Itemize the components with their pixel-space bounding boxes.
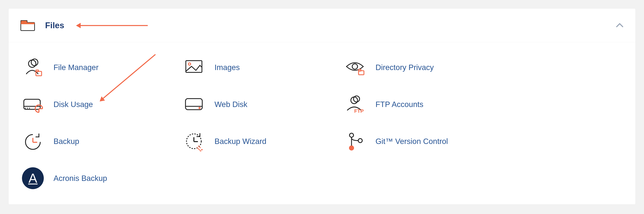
backup-icon bbox=[22, 130, 44, 152]
item-file-manager[interactable]: File Manager bbox=[21, 49, 182, 86]
svg-rect-11 bbox=[358, 69, 361, 71]
svg-point-31 bbox=[202, 149, 202, 150]
item-disk-usage[interactable]: Disk Usage bbox=[21, 86, 182, 123]
svg-point-4 bbox=[31, 59, 38, 66]
item-images[interactable]: Images bbox=[182, 49, 343, 86]
item-directory-privacy[interactable]: Directory Privacy bbox=[343, 49, 504, 86]
backup-wizard-icon bbox=[183, 130, 205, 152]
svg-point-8 bbox=[188, 63, 191, 65]
git-icon bbox=[344, 130, 366, 152]
svg-rect-1 bbox=[21, 21, 27, 23]
svg-rect-6 bbox=[36, 70, 38, 72]
item-ftp-accounts[interactable]: FTP FTP Accounts bbox=[343, 86, 504, 123]
item-label: Images bbox=[214, 63, 240, 72]
item-backup-wizard[interactable]: Backup Wizard bbox=[182, 123, 343, 160]
directory-privacy-icon bbox=[344, 56, 366, 78]
item-label: FTP Accounts bbox=[376, 100, 424, 109]
item-label: File Manager bbox=[54, 63, 98, 72]
svg-rect-2 bbox=[21, 23, 34, 24]
svg-point-32 bbox=[200, 151, 201, 151]
web-disk-icon bbox=[183, 93, 205, 115]
item-acronis-backup[interactable]: A Acronis Backup bbox=[21, 160, 182, 197]
ftp-accounts-icon: FTP bbox=[344, 93, 366, 115]
svg-text:FTP: FTP bbox=[354, 108, 364, 114]
files-section-header-left: Files bbox=[20, 20, 64, 31]
arrow-to-title bbox=[81, 25, 148, 26]
chevron-up-icon[interactable] bbox=[616, 21, 624, 29]
file-manager-icon bbox=[22, 56, 44, 78]
files-section-panel: Files bbox=[8, 9, 636, 204]
section-title: Files bbox=[45, 21, 64, 30]
item-label: Backup Wizard bbox=[214, 137, 266, 146]
svg-point-35 bbox=[349, 146, 354, 150]
item-label: Git™ Version Control bbox=[376, 137, 448, 146]
item-backup[interactable]: Backup bbox=[21, 123, 182, 160]
svg-point-21 bbox=[354, 96, 360, 102]
svg-point-3 bbox=[28, 60, 36, 67]
disk-usage-icon bbox=[22, 93, 44, 115]
acronis-icon: A bbox=[22, 167, 44, 189]
images-icon bbox=[183, 56, 205, 78]
svg-point-19 bbox=[199, 107, 200, 109]
item-label: Web Disk bbox=[214, 100, 247, 109]
item-label: Backup bbox=[54, 137, 79, 146]
folder-icon bbox=[20, 20, 35, 31]
item-label: Acronis Backup bbox=[54, 174, 107, 183]
files-items-grid: File Manager Images bbox=[21, 49, 623, 197]
item-git[interactable]: Git™ Version Control bbox=[343, 123, 504, 160]
svg-point-34 bbox=[358, 139, 362, 143]
svg-point-33 bbox=[350, 133, 354, 137]
item-label: Directory Privacy bbox=[376, 63, 434, 72]
files-section-body: File Manager Images bbox=[8, 42, 636, 204]
item-label: Disk Usage bbox=[54, 100, 93, 109]
svg-line-29 bbox=[197, 147, 200, 150]
item-web-disk[interactable]: Web Disk bbox=[182, 86, 343, 123]
svg-point-9 bbox=[352, 64, 358, 69]
